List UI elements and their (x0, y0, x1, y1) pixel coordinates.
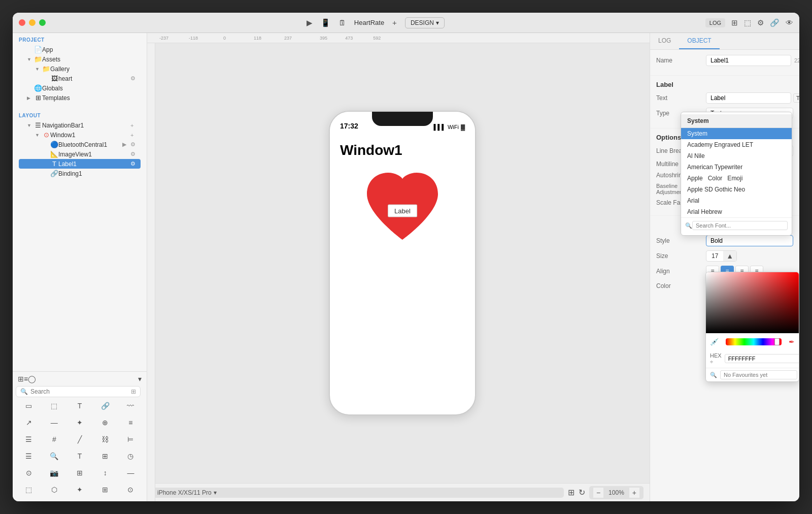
tool-star2[interactable]: ✦ (67, 482, 91, 497)
tool-round-rect[interactable]: ⬚ (42, 398, 66, 413)
sidebar-item-templates[interactable]: ▶ ⊞ Templates (19, 93, 141, 103)
panel-toggle-icon[interactable]: ⊞ (18, 375, 24, 383)
shape-icon[interactable]: ◯ (28, 375, 36, 383)
close-button[interactable] (19, 19, 25, 26)
font-item-academy[interactable]: Academy Engraved LET (681, 139, 792, 150)
refresh-icon[interactable]: ↻ (579, 488, 585, 497)
name-input[interactable] (706, 55, 791, 66)
sidebar-item-label1[interactable]: T Label1 ⚙ (19, 159, 141, 169)
sidebar-item-window1[interactable]: ▼ ⊙ Window1 + (19, 130, 141, 140)
screen-icon[interactable]: ⊞ (568, 488, 574, 497)
tool-line[interactable]: — (42, 415, 66, 430)
tool-box[interactable]: ⬚ (17, 482, 41, 497)
tool-chain[interactable]: ⛓ (93, 432, 117, 447)
tool-hex[interactable]: ⬡ (42, 482, 66, 497)
settings-icon[interactable]: ⚙ (757, 18, 764, 27)
sidebar-item-globals[interactable]: 🌐 Globals (19, 83, 141, 93)
tool-align[interactable]: ⊨ (119, 432, 143, 447)
eye-icon[interactable]: 👁 (786, 18, 793, 27)
label1-gear[interactable]: ⚙ (130, 160, 139, 167)
tool-t2[interactable]: T (67, 448, 91, 464)
tool-left-align[interactable]: ☰ (17, 448, 41, 464)
design-button[interactable]: DESIGN ▾ (405, 17, 445, 28)
tool-circle[interactable]: ⊙ (17, 465, 41, 480)
layout-icon[interactable]: ⬚ (744, 18, 751, 27)
style-select[interactable]: Bold (706, 235, 793, 246)
font-item-arial[interactable]: Arial (681, 195, 792, 206)
tool-table[interactable]: ⊞ (93, 448, 117, 464)
sidebar-item-gallery[interactable]: ▼ 📁 Gallery (19, 64, 141, 74)
label-box[interactable]: Label (388, 204, 417, 217)
calendar-icon[interactable]: 🗓 (339, 18, 346, 27)
phone-icon[interactable]: 📱 (321, 18, 330, 27)
name-label: Name (656, 57, 702, 64)
maximize-button[interactable] (39, 19, 46, 26)
tool-dot[interactable]: ⊙ (119, 482, 143, 497)
search-input[interactable] (30, 388, 128, 395)
bt-action1[interactable]: ▶ (122, 141, 130, 148)
tool-search[interactable]: 🔍 (42, 448, 66, 464)
device-selector[interactable]: iPhone X/XS/11 Pro ▾ (153, 488, 564, 498)
font-item-system[interactable]: System (681, 128, 792, 139)
tab-log[interactable]: LOG (650, 33, 679, 49)
tool-arrow[interactable]: ↗ (17, 415, 41, 430)
zoom-in-button[interactable]: + (629, 488, 639, 498)
log-button[interactable]: LOG (705, 18, 725, 27)
font-item-alnile[interactable]: Al Nile (681, 150, 792, 162)
sidebar-item-imageview[interactable]: 📐 ImageView1 ⚙ (19, 149, 141, 159)
font-item-apple-sd[interactable]: Apple SD Gothic Neo (681, 184, 792, 195)
canvas-scroll[interactable]: 17:32 ▌▌▌ WiFi ▓ Window1 (147, 43, 650, 483)
tool-pen[interactable]: ╱ (67, 432, 91, 447)
plus-icon[interactable]: + (392, 18, 397, 27)
tool-resize[interactable]: ↕ (93, 465, 117, 480)
color-gradient[interactable] (706, 272, 799, 333)
font-item-arial-hebrew[interactable]: Arial Hebrew (681, 206, 792, 217)
hue-slider[interactable] (726, 338, 782, 345)
tool-star[interactable]: ✦ (67, 415, 91, 430)
hex-input[interactable] (725, 354, 799, 363)
size-up-button[interactable]: ▲ (723, 251, 736, 261)
eyedropper-icon[interactable]: 💉 (710, 338, 719, 346)
tool-curve[interactable]: 〰 (119, 398, 143, 413)
text-input[interactable] (706, 92, 791, 104)
grid-icon[interactable]: ⊞ (731, 18, 738, 27)
gear-action[interactable]: ⚙ (130, 75, 139, 82)
tool-minus[interactable]: — (119, 465, 143, 480)
chevron-icon[interactable]: ▾ (138, 375, 142, 383)
tool-grid2[interactable]: ⊞ (67, 465, 91, 480)
color-pen-icon[interactable]: ✒ (789, 338, 795, 346)
tab-object[interactable]: OBJECT (679, 33, 719, 49)
search-icon: 🔍 (20, 388, 28, 395)
navbar-add[interactable]: + (130, 122, 139, 128)
tool-clock[interactable]: ◷ (119, 448, 143, 464)
tool-rows[interactable]: ☰ (17, 432, 41, 447)
grid-view-icon[interactable]: ⊞ (131, 388, 136, 395)
sidebar-item-assets[interactable]: ▼ 📁 Assets (19, 54, 141, 64)
list-icon[interactable]: ≡ (24, 375, 28, 383)
zoom-out-button[interactable]: − (593, 488, 603, 498)
tool-list[interactable]: ≡ (119, 415, 143, 430)
sidebar-item-heart[interactable]: 🖼 heart ⚙ (19, 74, 141, 83)
text-type-icon[interactable]: T (793, 93, 799, 103)
sidebar-item-binding[interactable]: 🔗 Binding1 (19, 169, 141, 178)
tool-text[interactable]: T (67, 398, 91, 413)
tool-camera[interactable]: 📷 (42, 465, 66, 480)
tool-plus[interactable]: ⊕ (93, 415, 117, 430)
sidebar-item-navbar[interactable]: ▼ ☰ NavigationBar1 + (19, 120, 141, 130)
tool-link[interactable]: 🔗 (93, 398, 117, 413)
favorites-input[interactable] (720, 370, 797, 379)
minimize-button[interactable] (29, 19, 36, 26)
bt-action2[interactable]: ⚙ (130, 141, 139, 148)
tool-grid3[interactable]: ⊞ (93, 482, 117, 497)
tool-rect[interactable]: ▭ (17, 398, 41, 413)
font-item-american[interactable]: American Typewriter (681, 162, 792, 173)
iv-gear[interactable]: ⚙ (130, 151, 139, 157)
link-icon[interactable]: 🔗 (770, 18, 780, 27)
window1-add[interactable]: + (130, 132, 139, 138)
font-item-apple-emoji[interactable]: Apple Color Emoji (681, 173, 792, 184)
sidebar-item-bluetooth[interactable]: 🔵 BluetoothCentral1 ▶ ⚙ (19, 140, 141, 149)
tool-grid[interactable]: # (42, 432, 66, 447)
play-icon[interactable]: ▶ (307, 18, 313, 27)
search-font-input[interactable] (692, 221, 788, 230)
sidebar-item-app[interactable]: 📄 App (19, 45, 141, 54)
